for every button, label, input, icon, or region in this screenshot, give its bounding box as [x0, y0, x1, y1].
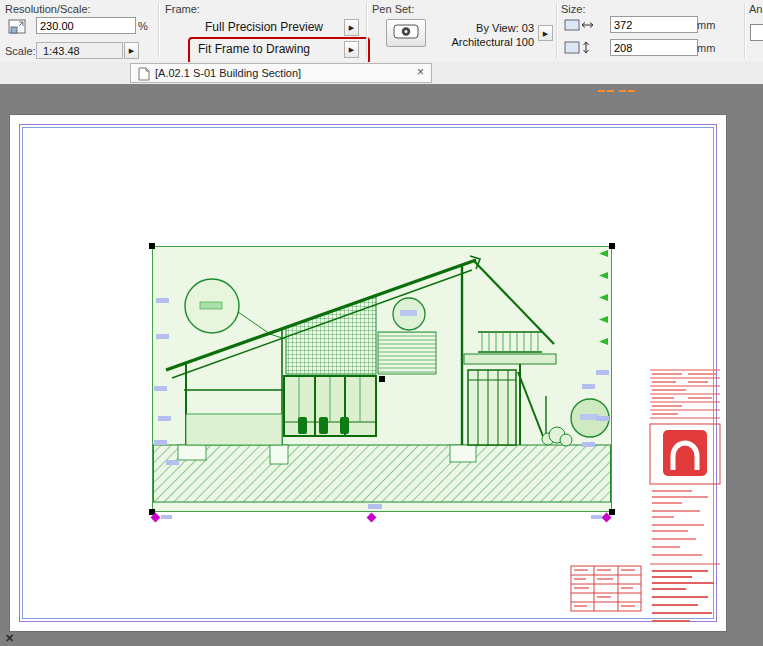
tree-middle — [393, 298, 425, 330]
resolution-unit-label: % — [138, 20, 148, 32]
pen-set-value-line1: By View: 03 — [432, 22, 534, 34]
selection-handle-bottom-right[interactable] — [609, 509, 615, 515]
title-block — [648, 368, 722, 630]
selection-handle-center[interactable] — [379, 376, 385, 382]
height-unit-label: mm — [697, 42, 715, 54]
frame-label: Frame: — [165, 3, 200, 15]
toolbar-divider — [556, 3, 558, 58]
orange-mark — [607, 90, 614, 92]
pen-set-icon — [393, 29, 419, 44]
orange-mark — [619, 90, 626, 92]
dimension-tick — [591, 515, 602, 519]
fit-frame-to-drawing-button[interactable]: Fit Frame to Drawing — [198, 42, 310, 56]
archicad-logo-icon — [663, 430, 707, 476]
width-icon — [564, 17, 596, 35]
height-input[interactable] — [610, 39, 698, 56]
tab-close-icon[interactable]: × — [413, 65, 428, 80]
windows — [284, 376, 376, 436]
pen-set-value-line2: Architectural 100 — [432, 36, 534, 48]
scale-label: Scale: — [5, 45, 36, 57]
resolution-input[interactable] — [36, 17, 136, 34]
orange-mark — [628, 90, 635, 92]
scale-combo[interactable]: 1:43.48 — [36, 42, 123, 59]
tab-building-section[interactable]: [A.02.1 S-01 Building Section] × — [130, 63, 432, 83]
toolbar-divider — [158, 3, 160, 58]
anchor-label: Anch — [749, 3, 763, 15]
fit-frame-flyout-button[interactable]: ▶ — [344, 41, 359, 58]
width-input[interactable] — [610, 16, 698, 33]
resolution-icon — [8, 19, 30, 39]
scale-flyout-button[interactable]: ▶ — [124, 42, 139, 59]
drawing-settings-toolbar: Resolution/Scale: % Scale: 1:43.48 ▶ Fra… — [0, 0, 763, 63]
pen-set-label: Pen Set: — [372, 3, 414, 15]
origin-cross-marker: ✕ — [5, 632, 14, 645]
size-label: Size: — [561, 3, 585, 15]
dimension-tick — [161, 515, 172, 519]
selection-handle-top-left[interactable] — [149, 243, 155, 249]
revision-table — [570, 565, 642, 612]
height-icon — [564, 39, 596, 59]
layout-tab-bar: [A.02.1 S-01 Building Section] × — [0, 62, 763, 84]
resolution-scale-label: Resolution/Scale: — [5, 3, 91, 15]
tab-title: [A.02.1 S-01 Building Section] — [155, 67, 301, 79]
full-precision-flyout-button[interactable]: ▶ — [344, 19, 359, 36]
orange-mark — [598, 90, 605, 92]
ground-hatch — [154, 445, 611, 502]
full-precision-preview-button[interactable]: Full Precision Preview — [205, 20, 323, 34]
width-unit-label: mm — [697, 19, 715, 31]
toolbar-divider — [366, 3, 368, 58]
pen-set-button[interactable] — [386, 19, 426, 47]
drawing-document-icon — [138, 67, 150, 83]
anchor-checkbox[interactable] — [750, 24, 763, 41]
pen-set-flyout-button[interactable]: ▶ — [538, 25, 553, 41]
drawing-selection-settings-screen: { "toolbar": { "resolution_scale": { "la… — [0, 0, 763, 646]
siding-wall — [378, 332, 436, 374]
toolbar-divider — [744, 3, 746, 58]
layout-canvas[interactable]: ✕ — [0, 84, 763, 646]
selection-handle-top-right[interactable] — [609, 243, 615, 249]
